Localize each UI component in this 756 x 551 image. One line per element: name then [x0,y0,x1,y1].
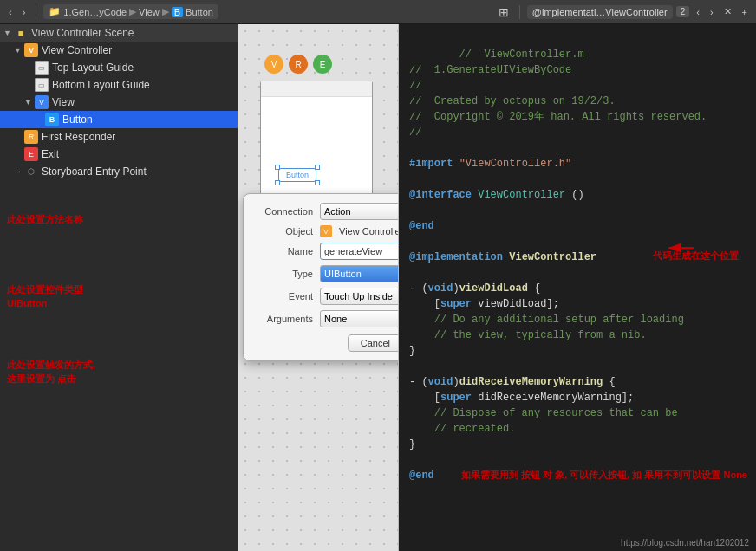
dialog-object-row: Object V View Controller [252,225,399,237]
next-btn[interactable]: › [707,5,717,19]
view-arrow: ▼ [24,98,35,107]
sidebar-item-vc[interactable]: ▼ V View Controller [0,42,238,59]
view-label: View [52,96,75,108]
code-line-the-view: // the view, typically from a nib. [409,329,647,341]
scene-label: View Controller Scene [31,27,134,39]
dialog-event-row: Event Touch Up Inside ▼ [252,288,399,305]
scene-header[interactable]: ▼ ■ View Controller Scene [0,24,238,42]
prev-btn[interactable]: ‹ [693,5,703,19]
close-btn[interactable]: ✕ [720,4,735,19]
arguments-label: Arguments [252,314,313,324]
code-line-comment-3: // [409,80,421,92]
dialog-type-row: Type UIButton ▼ [252,265,399,282]
exit-icon: E [24,147,38,161]
code-line-recreated-comment: // recreated. [409,423,515,435]
code-line-end2: @end [409,470,434,482]
back-btn[interactable]: ‹ [5,5,16,19]
code-line-comment-4: // Created by octopus on 19/2/3. [409,95,616,107]
sidebar-item-entry-point[interactable]: → ⬡ Storyboard Entry Point [0,163,238,180]
sidebar-item-view[interactable]: ▼ V View [0,94,238,111]
arguments-value: None ▼ [320,310,399,327]
object-value: V View Controller [320,225,399,237]
scene-arrow: ▼ [3,29,14,37]
left-breadcrumb[interactable]: 📁 1.Gen…yCode ▶ View ▶ B Button [43,4,218,19]
type-label: Type [252,269,313,279]
code-line-super-vdl: [super viewDidLoad]; [409,298,559,310]
toolbar: ‹ › 📁 1.Gen…yCode ▶ View ▶ B Button ⊞ @i… [0,0,756,24]
connection-dialog: Connection Action ▼ Object V View Contro… [243,193,399,361]
sidebar-item-exit[interactable]: E Exit [0,146,238,163]
handle-br [315,180,320,185]
grid-view-btn[interactable]: ⊞ [495,3,512,21]
handle-tl [275,165,280,170]
vc-icon: V [24,43,38,57]
forward-btn[interactable]: › [19,5,29,19]
name-label: Name [252,246,313,256]
code-line-end1: @end [409,220,434,232]
sidebar-item-first-responder[interactable]: R First Responder [0,128,238,146]
dialog-name-row: Name [252,243,399,260]
sidebar-item-bottom-layout[interactable]: ▭ Bottom Layout Guide [0,76,238,94]
vc-frame[interactable]: Button [260,81,373,211]
type-select[interactable]: UIButton ▼ [320,265,399,282]
vc-responder-icon: R [289,55,308,74]
vc-icons-row: V R E [264,55,332,74]
code-line-impl: @implementation ViewController [409,251,596,263]
connection-select-text: Action [324,206,351,217]
name-input[interactable] [320,243,399,260]
right-toolbar: ⊞ @implementati…ViewController 2 ‹ › ✕ + [495,3,751,21]
right-breadcrumb-text: @implementati…ViewController [532,7,668,17]
main-content: ▼ ■ View Controller Scene ▼ V View Contr… [0,24,756,551]
right-breadcrumb[interactable]: @implementati…ViewController [527,5,673,19]
exit-label: Exit [42,148,59,160]
arguments-select[interactable]: None ▼ [320,310,399,327]
vc-yellow-icon: V [264,55,284,74]
code-line-dispose-comment: // Dispose of any resources that can be [409,407,678,419]
code-line-do-comment: // Do any additional setup after loading [409,314,684,326]
annotation-trigger: 此处设置触发的方式, 这里设置为 点击 [7,359,231,386]
connection-select[interactable]: Action ▼ [320,203,399,220]
toolbar-separator-1 [36,5,36,19]
scene-icon: ■ [14,26,28,40]
cancel-button[interactable]: Cancel [348,334,399,352]
object-value-text: View Controller [339,226,399,237]
event-select[interactable]: Touch Up Inside ▼ [320,288,399,305]
annotation-method-name: 此处设置方法名称 [7,213,231,226]
event-select-text: Touch Up Inside [324,291,393,301]
breadcrumb-b: B [172,7,183,17]
sidebar-item-top-layout[interactable]: ▭ Top Layout Guide [0,59,238,76]
toolbar-separator-2 [519,5,520,19]
responder-icon: R [24,130,38,144]
object-label: Object [252,226,313,237]
code-line-drw-open: - (void)didReceiveMemoryWarning { [409,376,616,388]
annotation-button-info: 如果需要用到 按钮 对 象, 可以传入按钮, 如 果用不到可以设置 None [461,468,747,483]
code-line-interface: @interface ViewController () [409,189,584,201]
canvas-panel: V R E Button View Controller [238,24,399,551]
project-icon: 📁 [49,6,61,17]
entry-icon: ⬡ [24,165,38,178]
top-layout-icon: ▭ [35,61,49,75]
button-in-canvas[interactable]: Button [278,168,316,182]
code-line-super-drw: [super didReceiveMemoryWarning]; [409,392,634,404]
code-line-close1: } [409,345,415,357]
add-btn[interactable]: + [739,5,751,19]
watermark: https://blog.csdn.net/han1202012 [621,538,749,548]
dialog-buttons: Cancel Connect [252,334,399,352]
code-line-comment-5: // Copyright © 2019年 han. All rights res… [409,111,707,123]
dialog-arguments-row: Arguments None ▼ [252,310,399,327]
event-value: Touch Up Inside ▼ [320,288,399,305]
view-icon: V [35,95,49,109]
breadcrumb-view: View [139,7,160,17]
breadcrumb-button: Button [186,7,213,17]
name-value [320,243,399,260]
top-layout-label: Top Layout Guide [52,62,134,74]
canvas-button-label: Button [278,168,316,182]
sidebar-item-button[interactable]: B Button [0,111,238,128]
annotation-code-location: 代码生成在这个位置 [653,250,739,263]
file-tree: ▼ ■ View Controller Scene ▼ V View Contr… [0,24,238,551]
breadcrumb-arrow-2: ▶ [162,6,169,17]
counter-badge: 2 [676,6,690,17]
bottom-layout-icon: ▭ [35,78,49,92]
arguments-select-text: None [324,314,347,324]
first-responder-label: First Responder [42,131,115,143]
